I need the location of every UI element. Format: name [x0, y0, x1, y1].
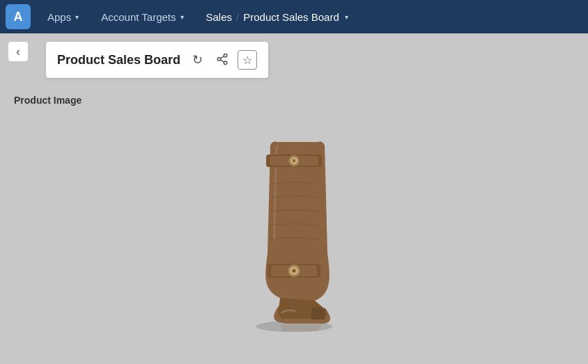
refresh-button[interactable]: ↻ [187, 50, 207, 70]
star-button[interactable]: ☆ [238, 50, 257, 70]
svg-line-3 [220, 60, 224, 62]
nav-product-sales-board-label: Product Sales Board [243, 11, 339, 23]
nav-apps[interactable]: Apps ▾ [36, 0, 90, 33]
product-section: Product Image [0, 84, 588, 364]
account-targets-chevron-icon: ▾ [180, 13, 184, 21]
nav-account-targets-label: Account Targets [101, 11, 176, 23]
share-icon [216, 53, 229, 68]
product-image-area [14, 111, 574, 353]
nav-account-targets[interactable]: Account Targets ▾ [90, 0, 194, 33]
svg-point-15 [293, 269, 296, 272]
back-button[interactable]: ‹ [8, 42, 28, 61]
svg-line-4 [220, 56, 224, 58]
nav-apps-label: Apps [47, 11, 71, 23]
page-title-card: Product Sales Board ↻ [46, 42, 268, 78]
top-nav: A Apps ▾ Account Targets ▾ Sales / Produ… [0, 0, 588, 33]
product-image-label: Product Image [14, 95, 574, 106]
back-icon: ‹ [16, 45, 20, 59]
refresh-icon: ↻ [192, 52, 203, 68]
star-icon: ☆ [242, 54, 252, 67]
product-sales-board-chevron-icon: ▾ [345, 13, 348, 21]
svg-point-10 [293, 159, 295, 162]
card-actions: ↻ ☆ [187, 50, 257, 70]
content-top-row: ‹ Product Sales Board ↻ [0, 33, 588, 84]
boot-image [231, 128, 357, 337]
app-logo[interactable]: A [6, 4, 31, 29]
logo-letter: A [14, 10, 23, 24]
nav-breadcrumb: Sales / Product Sales Board ▾ [195, 0, 359, 33]
share-button[interactable] [212, 50, 232, 70]
apps-chevron-icon: ▾ [75, 13, 79, 21]
main-content: ‹ Product Sales Board ↻ [0, 33, 588, 364]
page-title: Product Sales Board [57, 53, 180, 68]
nav-sales-label: Sales [206, 11, 233, 23]
breadcrumb-separator-icon: / [236, 11, 239, 23]
